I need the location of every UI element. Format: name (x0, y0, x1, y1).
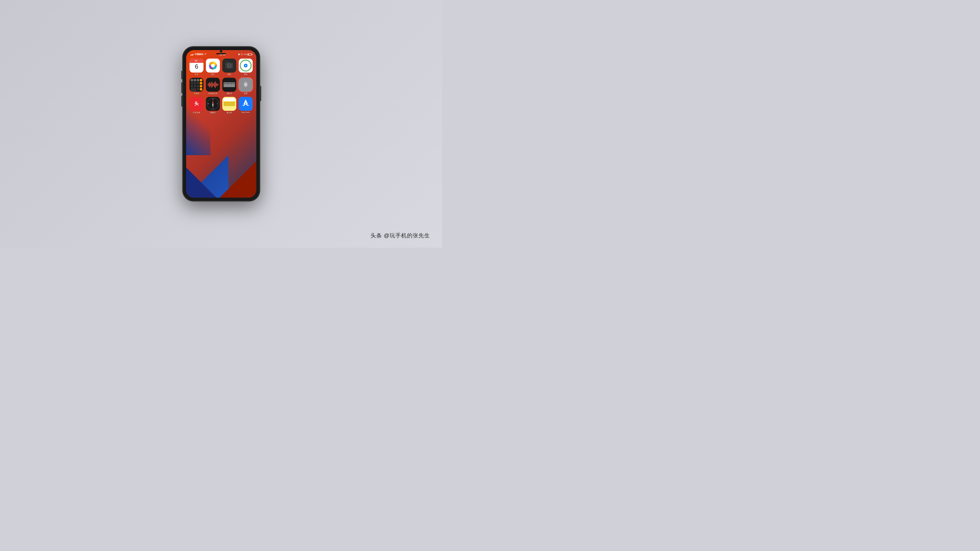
calculator-icon[interactable] (189, 78, 204, 92)
wave-bar (216, 83, 216, 87)
settings-icon[interactable]: 1 (239, 78, 253, 92)
app-calendar[interactable]: 周二 6 日历 (189, 59, 204, 76)
ruler-tick (234, 83, 234, 85)
power-button[interactable] (260, 86, 261, 101)
svg-text:S: S (213, 108, 213, 109)
compass-svg: N S W E (206, 97, 220, 111)
app-appstore[interactable]: App Store (238, 97, 253, 114)
app-findmy[interactable]: 查找 (238, 59, 253, 76)
svg-point-24 (212, 103, 213, 105)
wave-bar (210, 83, 211, 86)
wave-bar (215, 81, 216, 88)
notes-line (224, 102, 235, 102)
notes-label: 备忘录 (227, 111, 232, 114)
photos-flower-svg (207, 60, 218, 71)
ruler-tick (226, 83, 226, 84)
wave-bar (218, 84, 218, 86)
notes-icon[interactable] (222, 97, 236, 111)
status-left: 中国移动 (191, 53, 207, 56)
notes-line (224, 103, 235, 103)
calendar-label: 日历 (195, 73, 198, 76)
findmy-svg (239, 59, 253, 73)
camera-bump (227, 62, 228, 63)
calc-btn (191, 85, 193, 87)
battery-indicator: 25% (243, 54, 252, 56)
svg-point-0 (239, 54, 240, 55)
ruler-tick (232, 83, 233, 84)
app-voicememo[interactable]: 语音备忘录 (205, 78, 221, 95)
volume-up-button[interactable] (181, 82, 183, 93)
app-notes[interactable]: 备忘录 (222, 97, 237, 114)
ruler-tick (230, 83, 230, 84)
calc-btn (194, 85, 196, 87)
appstore-svg (239, 97, 253, 111)
signal-bar-1 (191, 55, 191, 56)
app-compass[interactable]: N S W E 指南针 (205, 97, 221, 114)
wave-bar (214, 82, 215, 87)
watermark: 头条 @玩手机的张先生 (371, 232, 430, 239)
calc-btn (197, 88, 199, 91)
wave-bar (212, 82, 212, 88)
location-icon (238, 54, 240, 56)
calc-btn (200, 88, 202, 91)
gear-svg (241, 80, 250, 89)
page-background: 头条 @玩手机的张先生 (0, 0, 442, 248)
calendar-day: 6 (195, 64, 198, 70)
battery-fill (248, 54, 249, 55)
calc-btn (191, 79, 193, 81)
calc-btn (200, 85, 202, 87)
calendar-icon[interactable]: 周二 6 (189, 59, 204, 73)
voicememo-icon[interactable] (206, 78, 220, 92)
calc-btn (194, 79, 196, 81)
findmy-icon[interactable] (239, 59, 253, 73)
app-calculator[interactable]: 计算器 (189, 78, 204, 95)
wave-bar (208, 84, 208, 86)
voicememo-label: 语音备忘录 (208, 92, 218, 95)
status-right: 25% (238, 54, 252, 56)
app-toutiao[interactable]: 头 今日头条 (189, 97, 204, 114)
photos-label: 照片 (211, 73, 215, 76)
compass-label: 指南针 (210, 111, 216, 114)
measure-icon[interactable] (222, 78, 236, 92)
app-camera[interactable]: 相机 (222, 59, 237, 76)
calc-btn (197, 79, 199, 81)
compass-icon[interactable]: N S W E (206, 97, 220, 111)
camera-lens (227, 64, 231, 68)
app-grid: 周二 6 日历 (189, 59, 253, 114)
svg-text:E: E (217, 103, 218, 105)
notes-line (224, 105, 235, 106)
camera-body (225, 62, 233, 68)
wave-bar (217, 84, 218, 86)
appstore-icon[interactable] (239, 97, 253, 111)
camera-label: 相机 (228, 73, 231, 76)
app-measure[interactable]: 测距仪 (222, 78, 237, 95)
wave-bar (213, 84, 214, 86)
calc-btn (197, 82, 199, 84)
svg-point-10 (211, 64, 215, 68)
photos-icon[interactable] (206, 59, 220, 73)
ruler-tick (228, 83, 229, 84)
toutiao-character: 头 (194, 101, 199, 106)
battery-icon (248, 54, 252, 56)
screen: 中国移动 13:18 (186, 50, 256, 198)
toutiao-icon[interactable]: 头 (189, 97, 204, 111)
camera-icon[interactable] (222, 59, 236, 73)
ruler-tick (224, 83, 224, 85)
calc-btn-zero (191, 88, 196, 92)
volume-down-button[interactable] (181, 95, 183, 106)
svg-point-14 (245, 65, 246, 66)
toutiao-label: 今日头条 (193, 111, 200, 114)
calc-btn (191, 82, 193, 84)
svg-text:W: W (208, 103, 209, 105)
iphone-shell: 中国移动 13:18 (183, 46, 260, 201)
calc-btn (194, 82, 196, 84)
home-screen: 周二 6 日历 (186, 57, 256, 117)
ruler-tick (233, 83, 234, 84)
app-photos[interactable]: 照片 (205, 59, 221, 76)
app-settings[interactable]: 1 设置 (238, 78, 253, 95)
wifi-icon (204, 53, 207, 56)
notes-line (224, 103, 235, 104)
settings-badge: 1 (251, 78, 253, 80)
wave-bar (210, 82, 210, 87)
calc-btn (200, 82, 202, 84)
